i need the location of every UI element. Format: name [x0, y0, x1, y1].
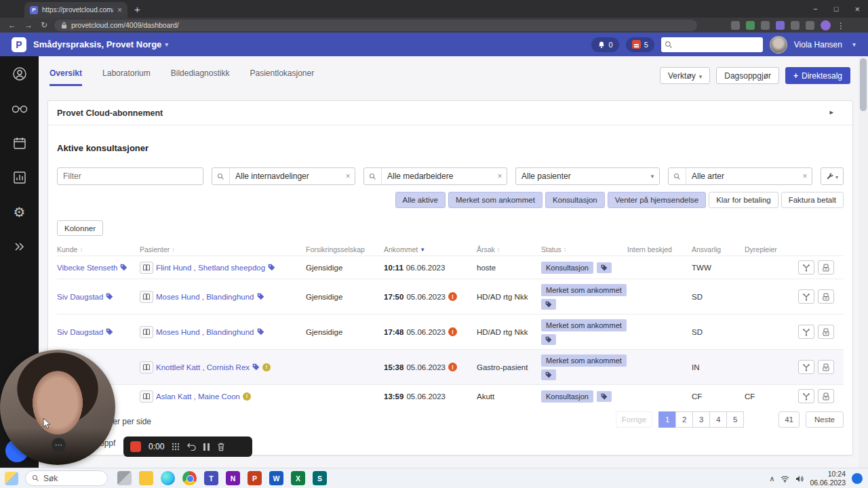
- excel-icon[interactable]: [291, 471, 305, 485]
- page-button-2[interactable]: 2: [675, 411, 693, 428]
- patient-link[interactable]: Moses Hund , Blandinghund: [156, 293, 254, 301]
- powerpoint-icon[interactable]: [248, 471, 262, 485]
- weather-widget-icon[interactable]: [5, 472, 18, 485]
- browser-menu-icon[interactable]: [837, 21, 845, 30]
- pause-icon[interactable]: [203, 443, 210, 451]
- record-stop-button[interactable]: [130, 441, 141, 452]
- chip-venter-pa-hjemsendelse[interactable]: Venter på hjemsendelse: [608, 192, 706, 208]
- clear-icon[interactable]: [493, 171, 507, 181]
- tag-badge-button[interactable]: [597, 391, 612, 402]
- tab-oversikt[interactable]: Oversikt: [50, 68, 82, 86]
- kolonner-button[interactable]: Kolonner: [57, 220, 103, 236]
- scrollbar-thumb[interactable]: [860, 58, 867, 111]
- extension-icon[interactable]: [761, 21, 770, 30]
- customer-link[interactable]: Vibecke Stenseth: [57, 264, 117, 272]
- verktoy-button[interactable]: Verktøy: [660, 67, 710, 84]
- terminal-action-button[interactable]: [818, 360, 834, 374]
- patient-record-icon[interactable]: [140, 262, 153, 274]
- terminal-action-button[interactable]: [818, 389, 834, 403]
- departments-select[interactable]: Alle internavdelinger: [212, 167, 355, 185]
- next-page-button[interactable]: Neste: [806, 411, 844, 428]
- window-close-icon[interactable]: [854, 4, 860, 14]
- status-badge[interactable]: Konsultasjon: [541, 390, 593, 403]
- notification-center-badge[interactable]: [852, 473, 863, 484]
- flow-action-button[interactable]: [798, 360, 814, 374]
- flow-action-button[interactable]: [798, 389, 814, 403]
- patient-record-icon[interactable]: [140, 361, 153, 373]
- patient-record-icon[interactable]: [140, 326, 153, 338]
- tab-bildediagnostikk[interactable]: Bildediagnostikk: [171, 68, 230, 86]
- tag-badge-button[interactable]: [597, 262, 612, 273]
- notifications-button[interactable]: 0: [591, 37, 619, 52]
- sidebar-item-reports[interactable]: [12, 169, 28, 186]
- patient-link[interactable]: Aslan Katt , Maine Coon: [156, 392, 240, 401]
- direktesalg-button[interactable]: Direktesalg: [785, 67, 850, 84]
- wifi-icon[interactable]: [781, 475, 789, 483]
- clinic-name[interactable]: Smådyrspraksis, Provet Norge: [33, 39, 161, 49]
- dagsoppgjor-button[interactable]: Dagsoppgjør: [716, 67, 779, 84]
- inbox-button[interactable]: 5: [626, 37, 654, 52]
- flow-action-button[interactable]: [798, 289, 814, 304]
- forward-icon[interactable]: [24, 20, 33, 30]
- tag-badge-button[interactable]: [541, 369, 556, 380]
- window-maximize-icon[interactable]: [834, 5, 839, 13]
- task-view-icon[interactable]: [117, 471, 132, 485]
- webcam-options-button[interactable]: [52, 438, 66, 452]
- volume-icon[interactable]: [795, 475, 804, 483]
- chip-merket-som-ankommet[interactable]: Merket som ankommet: [448, 192, 542, 208]
- customer-link[interactable]: Siv Daugstad: [57, 293, 103, 301]
- abonnement-panel[interactable]: Provet Cloud-abonnement: [48, 101, 852, 125]
- tray-expand-icon[interactable]: [769, 474, 774, 483]
- flow-action-button[interactable]: [798, 325, 814, 339]
- patient-record-icon[interactable]: [140, 291, 153, 303]
- sidebar-item-profile[interactable]: [12, 66, 28, 82]
- terminal-action-button[interactable]: [818, 289, 834, 304]
- sidebar-item-calendar[interactable]: [12, 135, 28, 151]
- col-pasienter[interactable]: Pasienter: [140, 245, 306, 253]
- tag-badge-button[interactable]: [541, 299, 556, 310]
- table-row[interactable]: Vibecke Stenseth Flint Hund , Shetland s…: [57, 256, 844, 279]
- provet-logo[interactable]: P: [12, 37, 26, 52]
- global-search[interactable]: [661, 37, 763, 52]
- extension-icon[interactable]: [731, 21, 740, 30]
- page-button-3[interactable]: 3: [692, 411, 710, 428]
- chip-faktura-betalt[interactable]: Faktura betalt: [781, 192, 844, 208]
- browser-profile-avatar[interactable]: [821, 20, 831, 30]
- patient-link[interactable]: Knottleif Katt , Cornish Rex: [156, 363, 250, 371]
- extension-icon[interactable]: [746, 21, 755, 30]
- patient-link[interactable]: Moses Hund , Blandinghund: [156, 328, 254, 336]
- table-row[interactable]: Aslan Katt , Maine Coon! 13:5905.06.2023…: [57, 384, 844, 407]
- status-badge[interactable]: Konsultasjon: [541, 262, 593, 274]
- patient-link[interactable]: Flint Hund , Shetland sheepdog: [156, 264, 265, 272]
- col-arsak[interactable]: Årsak: [477, 245, 541, 253]
- chip-klar-for-betaling[interactable]: Klar for betaling: [709, 192, 778, 208]
- undo-icon[interactable]: [187, 443, 196, 451]
- browser-tab[interactable]: P https://provetcloud.com/40: [24, 2, 127, 18]
- user-name[interactable]: Viola Hansen: [794, 40, 842, 49]
- table-row[interactable]: Siv Daugstad Moses Hund , Blandinghund G…: [57, 279, 844, 314]
- terminal-action-button[interactable]: [818, 325, 834, 339]
- new-tab-button[interactable]: [134, 3, 140, 15]
- filter-input[interactable]: [57, 167, 203, 185]
- chip-alle-aktive[interactable]: Alle aktive: [395, 192, 446, 208]
- filter-settings-button[interactable]: [821, 167, 844, 185]
- customer-link[interactable]: Siv Daugstad: [57, 328, 103, 336]
- species-select[interactable]: Alle arter: [668, 167, 812, 185]
- col-status[interactable]: Status: [541, 245, 627, 253]
- taskbar-search[interactable]: Søk: [25, 470, 108, 486]
- tab-close-icon[interactable]: [117, 5, 122, 15]
- flow-action-button[interactable]: [798, 260, 814, 274]
- taskbar-clock[interactable]: 10:24 06.06.2023: [810, 470, 846, 487]
- status-badge[interactable]: Merket som ankommet: [541, 354, 627, 367]
- patient-record-icon[interactable]: [140, 390, 153, 403]
- user-avatar[interactable]: [770, 36, 787, 54]
- word-icon[interactable]: [269, 471, 283, 485]
- drag-grid-icon[interactable]: [172, 443, 180, 451]
- file-explorer-icon[interactable]: [139, 471, 153, 485]
- extension-icon[interactable]: [791, 21, 800, 30]
- scrollbar-track[interactable]: [859, 56, 868, 468]
- col-ankommet[interactable]: Ankommet: [384, 245, 477, 253]
- sharepoint-icon[interactable]: [313, 471, 327, 485]
- clear-icon[interactable]: [341, 171, 355, 181]
- extension-icon[interactable]: [776, 21, 785, 30]
